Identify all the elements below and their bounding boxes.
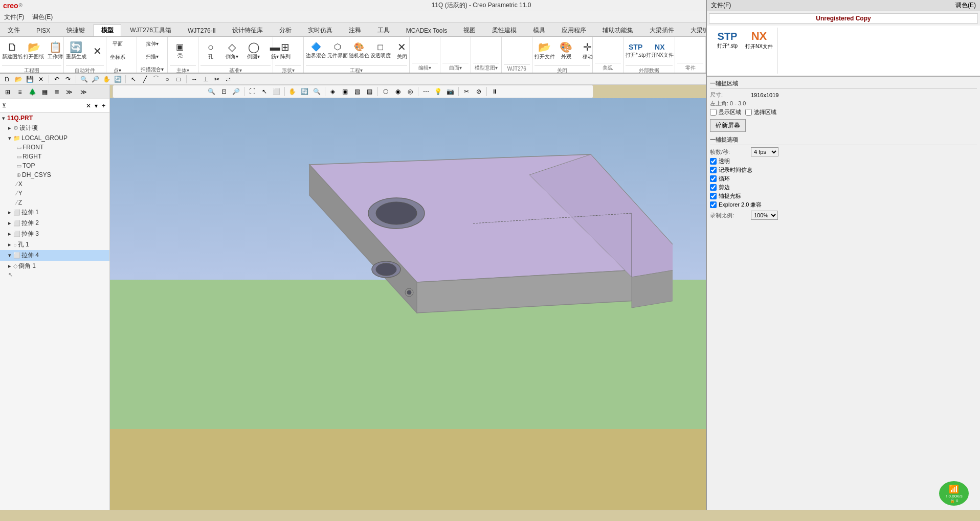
tab-shortcut[interactable]: 快捷键	[59, 24, 93, 36]
view-lights[interactable]: 💡	[433, 86, 444, 97]
search-expand[interactable]: ▾	[93, 100, 100, 111]
tb2-new[interactable]: 🗋	[2, 75, 12, 84]
view-pause[interactable]: ⏸	[489, 86, 500, 97]
coord-button[interactable]: 坐标系	[108, 51, 127, 63]
search-clear[interactable]: ✕	[85, 100, 93, 111]
view-shaded[interactable]: ◉	[392, 86, 404, 97]
open-nx-button[interactable]: NX 打开NX文件	[647, 38, 673, 64]
record-time-checkbox[interactable]	[710, 167, 717, 173]
tb2-zoom-in[interactable]: 🔍	[79, 75, 89, 84]
loop-checkbox[interactable]	[710, 175, 717, 182]
tab-mold[interactable]: 模具	[525, 24, 553, 36]
tb2-circle[interactable]: ○	[162, 75, 172, 84]
component-interface-button[interactable]: ⬡ 元件界面	[327, 38, 348, 64]
view-camera[interactable]: 📷	[445, 86, 456, 97]
tab-tools[interactable]: 工具	[370, 24, 397, 36]
tree-item-top[interactable]: ▭ TOP	[0, 161, 109, 170]
random-color-button[interactable]: 🎨 随机着色	[349, 38, 369, 64]
rp-stp-button[interactable]: STP 打开*.stp	[712, 28, 743, 52]
tb2-redo[interactable]: ↷	[63, 75, 73, 84]
close-auto-button[interactable]: ✕	[87, 38, 108, 64]
tab-flexible[interactable]: 柔性建模	[484, 24, 524, 36]
select-area-check-label[interactable]: 选择区域	[745, 108, 776, 116]
search-add[interactable]: +	[100, 100, 107, 111]
scan-mix-button[interactable]: 扫描混合▾	[139, 63, 165, 74]
tab-design-lib[interactable]: 设计特征库	[225, 24, 271, 36]
tree-item-chamfer1[interactable]: ▸ ◇ 倒角 1	[0, 261, 109, 271]
regenerate-button[interactable]: 🔄 重新生成	[66, 38, 86, 64]
array-button[interactable]: ⊞ 阵列	[275, 38, 296, 64]
display-area-check-label[interactable]: 显示区域	[710, 108, 741, 116]
search-input[interactable]	[8, 102, 85, 109]
tree-item-x[interactable]: ∕ X	[0, 179, 109, 189]
sidebar-table-btn[interactable]: ▦	[39, 86, 50, 98]
view-box-select[interactable]: ⬜	[271, 86, 282, 97]
tab-assist[interactable]: 辅助功能集	[595, 24, 641, 36]
sidebar-filter-btn[interactable]: ⊞	[2, 86, 13, 98]
tb2-mirror[interactable]: ⇌	[223, 75, 233, 84]
loop-label[interactable]: 循环	[710, 175, 730, 183]
menu-edit[interactable]: 调色(E)	[28, 11, 57, 22]
extrude-button[interactable]: 拉伸▾	[139, 38, 165, 50]
tb2-select[interactable]: ↖	[128, 75, 139, 84]
set-transparent-button[interactable]: ◻ 设透明度	[370, 38, 391, 64]
tb2-trim[interactable]: ✂	[212, 75, 222, 84]
new-drawing-button[interactable]: 🗋 新建图纸	[2, 38, 23, 64]
capture-cursor-label[interactable]: 辅捉光标	[710, 192, 741, 200]
shell-button[interactable]: ▣ 壳	[170, 38, 190, 64]
tree-item-y[interactable]: ∕ Y	[0, 189, 109, 198]
plane-button[interactable]: 平面	[108, 38, 127, 50]
view-select[interactable]: ↖	[259, 86, 270, 97]
tree-item-z[interactable]: ∕ Z	[0, 198, 109, 207]
open-stp-button[interactable]: STP 打开*.stp	[626, 38, 646, 64]
tb2-rect[interactable]: □	[173, 75, 184, 84]
view-pan[interactable]: ✋	[287, 86, 298, 97]
view-zoom-fit[interactable]: ⊡	[218, 86, 230, 97]
view-rotate[interactable]: 🔄	[299, 86, 310, 97]
trim-checkbox[interactable]	[710, 184, 717, 191]
tab-mcadex[interactable]: MCADEx Tools	[398, 24, 455, 36]
view-zoom-in[interactable]: 🔍	[206, 86, 217, 97]
tb2-close[interactable]: ✕	[36, 75, 46, 84]
view-front[interactable]: ▣	[340, 86, 351, 97]
tree-item-design[interactable]: ▸ ⚙ 设计项	[0, 123, 109, 133]
tb2-arc[interactable]: ⌒	[151, 75, 161, 84]
explorer-compat-checkbox[interactable]	[710, 201, 717, 208]
view-zoom[interactable]: 🔍	[311, 86, 323, 97]
tree-item-extrude3[interactable]: ▸ ⬜ 拉伸 3	[0, 229, 109, 239]
tree-item-local-group[interactable]: ▾ 📁 LOCAL_GROUP	[0, 133, 109, 143]
view-wireframe[interactable]: ⬡	[380, 86, 391, 97]
tb2-pan[interactable]: ✋	[101, 75, 112, 84]
viewport[interactable]	[110, 98, 706, 521]
workbook-button[interactable]: 📋 工作簿	[45, 38, 65, 64]
view-xsec[interactable]: ⊘	[473, 86, 484, 97]
sidebar-list-btn[interactable]: ≡	[14, 86, 26, 98]
transparent-checkbox[interactable]	[710, 158, 717, 165]
view-section[interactable]: ✂	[461, 86, 472, 97]
tree-item-extrude4[interactable]: ▾ ⬜ 拉伸 4	[0, 250, 109, 261]
hole-button[interactable]: ○ 孔	[201, 38, 221, 64]
scale-select[interactable]: 100% 75% 50%	[751, 211, 778, 220]
tb2-line[interactable]: ╱	[140, 75, 150, 84]
tree-item-dh-csys[interactable]: ⊕ DH_CSYS	[0, 170, 109, 179]
tb2-zoom-out[interactable]: 🔎	[90, 75, 100, 84]
scan-button[interactable]: 扫描▾	[139, 51, 165, 63]
tb2-dim[interactable]: ↔	[189, 75, 199, 84]
trim-label[interactable]: 剪边	[710, 184, 730, 191]
select-area-checkbox[interactable]	[745, 109, 752, 116]
tab-view[interactable]: 视图	[456, 24, 483, 36]
view-iso[interactable]: ◈	[327, 86, 339, 97]
fillet-button[interactable]: ◯ 倒圆▾	[243, 38, 264, 64]
tab-wjt276[interactable]: WJT276工具箱	[122, 24, 179, 36]
sidebar-more-btn[interactable]: ≫	[63, 86, 75, 98]
rp-nx-button[interactable]: NX 打开NX文件	[744, 28, 774, 52]
point-button[interactable]: 点▾	[108, 64, 127, 74]
capture-screen-button[interactable]: 碎新屏幕	[710, 119, 746, 132]
tab-beam-insert[interactable]: 大梁插件	[642, 24, 682, 36]
appearance-button[interactable]: 🎨 外观	[556, 38, 576, 64]
tab-simulation[interactable]: 实时仿真	[300, 24, 340, 36]
chamfer-button[interactable]: ◇ 倒角▾	[222, 38, 242, 64]
tab-app[interactable]: 应用程序	[554, 24, 594, 36]
boundary-blend-button[interactable]: 🔷 边界混合	[306, 38, 326, 64]
tree-item-hole1[interactable]: ▸ ○ 孔 1	[0, 239, 109, 250]
